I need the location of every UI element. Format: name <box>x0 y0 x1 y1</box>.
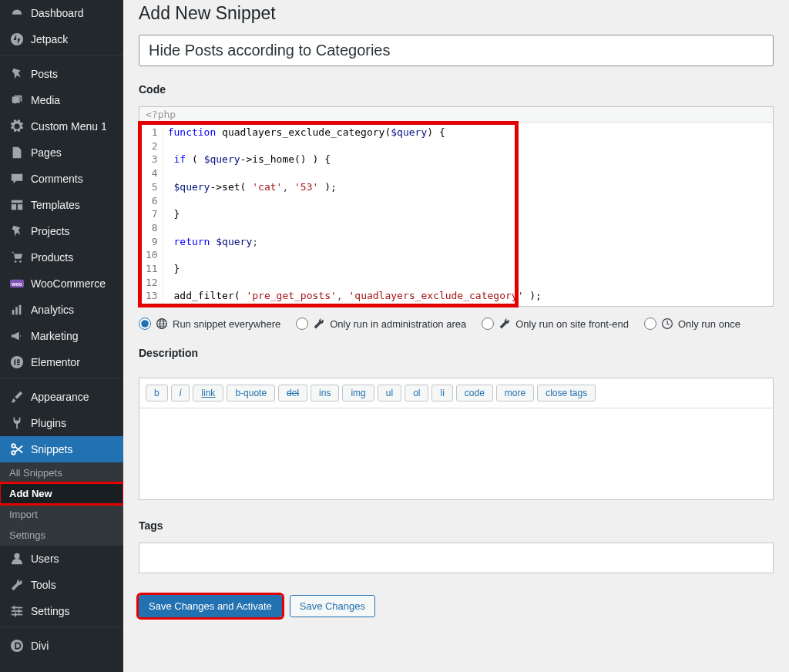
qt-code-button[interactable]: code <box>456 385 493 402</box>
menu-item-marketing[interactable]: Marketing <box>0 323 123 349</box>
menu-item-woocommerce[interactable]: wooWooCommerce <box>0 270 123 297</box>
megaphone-icon <box>9 328 25 344</box>
menu-item-pages[interactable]: Pages <box>0 139 123 166</box>
menu-item-products[interactable]: Products <box>0 244 123 270</box>
qt-img-button[interactable]: img <box>342 385 374 402</box>
qt-more-button[interactable]: more <box>496 385 534 402</box>
svg-rect-4 <box>12 204 16 210</box>
qt-i-button[interactable]: i <box>171 385 190 402</box>
menu-item-label: Projects <box>31 225 70 237</box>
svg-rect-10 <box>12 310 15 314</box>
menu-item-tools[interactable]: Tools <box>0 572 123 598</box>
menu-item-plugins[interactable]: Plugins <box>0 410 123 436</box>
menu-item-label: Dashboard <box>31 7 84 19</box>
menu-item-label: Settings <box>31 605 70 617</box>
jetpack-icon <box>9 32 25 47</box>
scope-option-once[interactable]: Only run once <box>644 318 740 330</box>
submenu-item-settings[interactable]: Settings <box>0 525 123 546</box>
save-button[interactable]: Save Changes <box>290 595 375 617</box>
menu-item-projects[interactable]: Projects <box>0 218 123 244</box>
scope-radio-front[interactable] <box>482 318 494 330</box>
menu-item-elementor[interactable]: Elementor <box>0 349 123 375</box>
svg-rect-15 <box>17 359 20 361</box>
svg-point-20 <box>14 553 19 559</box>
pin-icon <box>9 66 25 82</box>
globe-icon <box>156 318 168 330</box>
php-open-tag: <?php <box>139 107 773 123</box>
menu-item-media[interactable]: Media <box>0 87 123 113</box>
menu-item-label: Templates <box>31 199 80 211</box>
main-content: Add New Snippet Code <?php 1 2 3 4 5 6 7… <box>123 0 789 672</box>
scope-radio-everywhere[interactable] <box>139 318 151 330</box>
menu-item-custom-menu-1[interactable]: Custom Menu 1 <box>0 113 123 139</box>
svg-point-2 <box>14 101 17 104</box>
template-icon <box>9 197 25 213</box>
qt-b-button[interactable]: b <box>146 385 168 402</box>
wrench-sm-icon <box>499 318 511 330</box>
menu-item-label: Analytics <box>31 304 74 316</box>
qt-b-quote-button[interactable]: b-quote <box>227 385 275 402</box>
quicktags-toolbar: bilinkb-quotedelinsimgulollicodemoreclos… <box>139 378 774 408</box>
menu-item-analytics[interactable]: Analytics <box>0 297 123 323</box>
menu-item-label: Users <box>31 553 59 565</box>
page-title: Add New Snippet <box>139 3 774 24</box>
menu-item-label: WooCommerce <box>31 277 106 290</box>
product-icon <box>9 250 25 265</box>
wrench-icon <box>9 577 25 593</box>
menu-item-label: Products <box>31 251 73 264</box>
description-textarea[interactable] <box>139 408 774 500</box>
svg-rect-21 <box>12 607 22 609</box>
qt-ol-button[interactable]: ol <box>405 385 428 402</box>
description-editor: bilinkb-quotedelinsimgulollicodemoreclos… <box>139 378 774 502</box>
divi-icon <box>9 638 25 654</box>
menu-item-label: Media <box>31 94 60 106</box>
svg-text:woo: woo <box>11 281 22 287</box>
qt-ul-button[interactable]: ul <box>378 385 401 402</box>
scope-label: Only run in administration area <box>330 318 466 330</box>
menu-item-appearance[interactable]: Appearance <box>0 384 123 410</box>
wrench-sm-icon <box>313 318 325 330</box>
submenu-item-import[interactable]: Import <box>0 504 123 525</box>
plug-icon <box>9 415 25 431</box>
scope-option-everywhere[interactable]: Run snippet everywhere <box>139 318 280 330</box>
scope-options: Run snippet everywhereOnly run in admini… <box>139 318 774 330</box>
code-editor[interactable]: <?php 1 2 3 4 5 6 7 8 9 10 11 12 13 func… <box>139 106 774 307</box>
menu-item-users[interactable]: Users <box>0 546 123 572</box>
menu-item-label: Appearance <box>31 391 89 403</box>
menu-item-divi[interactable]: Divi <box>0 633 123 659</box>
scope-option-front[interactable]: Only run on site front-end <box>482 318 629 330</box>
pin-icon <box>9 223 25 239</box>
menu-item-label: Custom Menu 1 <box>31 120 107 133</box>
submenu-item-add-new[interactable]: Add New <box>0 483 123 504</box>
qt-li-button[interactable]: li <box>431 385 452 402</box>
menu-item-templates[interactable]: Templates <box>0 192 123 218</box>
menu-item-snippets[interactable]: Snippets <box>0 436 123 462</box>
code-section-label: Code <box>139 83 774 96</box>
menu-item-settings[interactable]: Settings <box>0 598 123 624</box>
svg-rect-3 <box>12 200 22 203</box>
menu-item-dashboard[interactable]: Dashboard <box>0 0 123 26</box>
qt-del-button[interactable]: del <box>278 385 307 402</box>
menu-item-jetpack[interactable]: Jetpack <box>0 26 123 52</box>
svg-rect-5 <box>18 204 22 210</box>
menu-item-label: Tools <box>31 579 56 591</box>
tags-input[interactable] <box>139 543 774 573</box>
scope-radio-admin[interactable] <box>296 318 308 330</box>
qt-ins-button[interactable]: ins <box>311 385 339 402</box>
qt-link-button[interactable]: link <box>193 385 223 402</box>
scope-radio-once[interactable] <box>644 318 656 330</box>
snippet-title-input[interactable] <box>139 35 774 66</box>
menu-item-posts[interactable]: Posts <box>0 61 123 87</box>
qt-close-tags-button[interactable]: close tags <box>537 385 596 402</box>
menu-item-comments[interactable]: Comments <box>0 166 123 192</box>
menu-item-label: Pages <box>31 146 62 159</box>
svg-point-7 <box>19 260 22 263</box>
scope-label: Only run on site front-end <box>515 318 629 330</box>
scope-option-admin[interactable]: Only run in administration area <box>296 318 466 330</box>
svg-rect-14 <box>14 359 15 365</box>
svg-point-27 <box>11 640 23 652</box>
code-body[interactable]: function quadlayers_exclude_category($qu… <box>163 124 546 304</box>
submenu-item-all-snippets[interactable]: All Snippets <box>0 462 123 483</box>
save-activate-button[interactable]: Save Changes and Activate <box>139 595 282 617</box>
scope-label: Run snippet everywhere <box>173 318 280 330</box>
